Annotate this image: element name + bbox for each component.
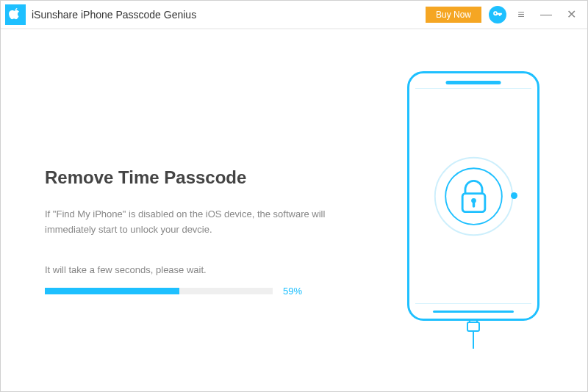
phone-illustration [407, 71, 539, 349]
buy-now-button[interactable]: Buy Now [426, 7, 481, 23]
menu-button[interactable]: ≡ [511, 4, 531, 25]
menu-icon: ≡ [517, 8, 524, 21]
svg-rect-6 [467, 322, 479, 331]
inner-line-top [415, 88, 531, 89]
phone-outline [407, 71, 539, 321]
cable-icon [462, 319, 484, 349]
key-button[interactable] [489, 6, 506, 23]
close-icon: ✕ [567, 7, 576, 21]
key-icon [492, 10, 503, 20]
title-bar: iSunshare iPhone Passcode Genius Buy Now… [1, 1, 587, 29]
phone-notch [446, 81, 501, 84]
svg-point-0 [434, 157, 512, 234]
lock-icon [431, 154, 516, 239]
content-area: Remove Time Passcode If "Find My iPhone"… [1, 29, 587, 391]
progress-bar [45, 288, 273, 294]
app-logo [5, 4, 26, 25]
page-title: Remove Time Passcode [45, 167, 367, 188]
description-text: If "Find My iPhone" is disabled on the i… [45, 207, 367, 238]
inner-line-bottom [415, 303, 531, 304]
minimize-icon: — [540, 8, 552, 21]
app-title: iSunshare iPhone Passcode Genius [32, 9, 196, 21]
progress-row: 59% [45, 286, 367, 297]
right-pane [389, 29, 558, 391]
lock-circle [431, 154, 516, 239]
close-button[interactable]: ✕ [561, 4, 581, 25]
title-bar-left: iSunshare iPhone Passcode Genius [1, 1, 426, 28]
wait-text: It will take a few seconds, please wait. [45, 264, 367, 275]
left-pane: Remove Time Passcode If "Find My iPhone"… [45, 123, 389, 297]
orbit-dot [511, 192, 517, 199]
title-bar-right: Buy Now ≡ — ✕ [426, 4, 581, 25]
apple-icon [9, 7, 22, 22]
svg-point-1 [445, 168, 502, 225]
progress-label: 59% [283, 286, 302, 297]
progress-fill [45, 288, 179, 294]
minimize-button[interactable]: — [536, 4, 556, 25]
home-indicator [433, 311, 514, 313]
svg-rect-4 [472, 202, 474, 208]
